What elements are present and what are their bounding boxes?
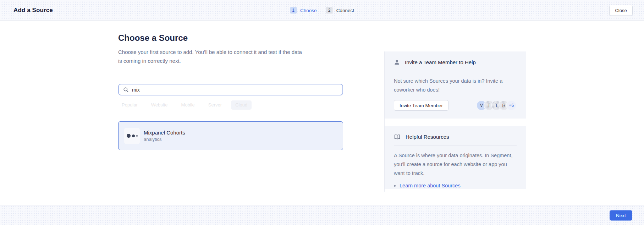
modal-footer: Next	[0, 205, 644, 225]
mixpanel-logo-icon	[124, 128, 140, 144]
tab-mobile[interactable]: Mobile	[177, 100, 199, 110]
avatar-overflow: +6	[506, 100, 517, 111]
step-connect[interactable]: 2 Connect	[326, 7, 354, 13]
invite-card: Invite a Team Member to Help Not sure wh…	[385, 51, 526, 119]
bullet-icon	[394, 185, 396, 187]
search-input[interactable]	[132, 87, 338, 93]
next-button[interactable]: Next	[610, 210, 632, 220]
step-indicator: 1 Choose 2 Connect	[290, 7, 354, 13]
tab-popular[interactable]: Popular	[117, 100, 142, 110]
step-choose[interactable]: 1 Choose	[290, 7, 317, 13]
source-name: Mixpanel Cohorts	[144, 130, 185, 136]
source-result-mixpanel-cohorts[interactable]: Mixpanel Cohorts analytics	[118, 121, 343, 150]
list-item: Learn more about Sources	[394, 183, 517, 188]
step-label: Connect	[336, 7, 354, 13]
invite-card-header: Invite a Team Member to Help	[394, 59, 517, 65]
search-icon	[123, 87, 129, 93]
invite-team-member-button[interactable]: Invite Team Member	[394, 100, 448, 111]
resources-card-header: Helpful Resources	[394, 134, 517, 140]
divider	[394, 71, 517, 71]
resources-card-title: Helpful Resources	[406, 134, 449, 140]
invite-row: Invite Team Member V T T R +6	[394, 100, 517, 111]
close-button[interactable]: Close	[609, 5, 633, 16]
section-description: Choose your first source to add. You’ll …	[118, 48, 303, 65]
add-source-modal: Add a Source 1 Choose 2 Connect Close Ch…	[0, 0, 644, 225]
page-title: Add a Source	[13, 7, 53, 14]
invite-card-title: Invite a Team Member to Help	[405, 59, 476, 65]
step-number-badge: 2	[326, 7, 333, 13]
resources-link-list: Learn more about Sources	[394, 183, 517, 188]
step-number-badge: 1	[290, 7, 297, 13]
person-icon	[394, 59, 400, 65]
modal-header: Add a Source 1 Choose 2 Connect Close	[0, 0, 644, 21]
help-sidebar: Invite a Team Member to Help Not sure wh…	[385, 51, 526, 189]
invite-card-body: Not sure which Sources your data is in? …	[394, 77, 517, 94]
tab-cloud[interactable]: Cloud	[231, 100, 252, 110]
learn-more-sources-link[interactable]: Learn more about Sources	[400, 183, 461, 188]
tab-website[interactable]: Website	[147, 100, 172, 110]
source-category: analytics	[144, 137, 185, 142]
avatar-group: V T T R +6	[476, 100, 517, 111]
category-tabs: Popular Website Mobile Server Cloud	[117, 100, 343, 110]
search-box[interactable]	[118, 84, 343, 95]
resources-card: Helpful Resources A Source is where your…	[385, 126, 526, 189]
section-heading: Choose a Source	[118, 33, 343, 43]
step-label: Choose	[300, 7, 317, 13]
tab-server[interactable]: Server	[204, 100, 226, 110]
choose-source-section: Choose a Source Choose your first source…	[118, 33, 343, 150]
resources-card-body: A Source is where your data originates. …	[394, 151, 517, 178]
source-result-text: Mixpanel Cohorts analytics	[144, 130, 185, 142]
book-icon	[394, 134, 401, 140]
divider	[394, 146, 517, 146]
